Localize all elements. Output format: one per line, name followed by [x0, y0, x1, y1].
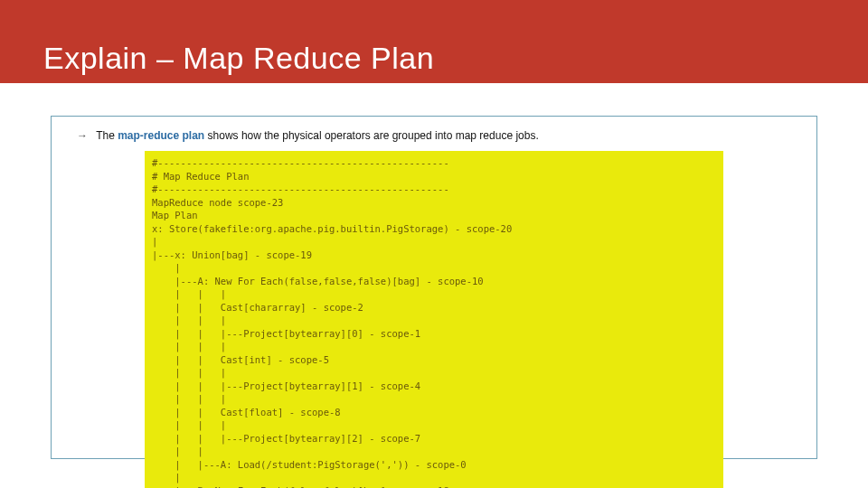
- slide-title: Explain – Map Reduce Plan: [43, 41, 434, 76]
- intro-keyword: map-reduce plan: [118, 129, 204, 142]
- bullet-arrow: →: [77, 129, 93, 142]
- intro-suffix: shows how the physical operators are gro…: [208, 129, 539, 142]
- map-reduce-plan-output: #---------------------------------------…: [145, 151, 723, 488]
- intro-prefix: The: [96, 129, 115, 142]
- content-frame: → The map-reduce plan shows how the phys…: [51, 116, 817, 459]
- title-bar: Explain – Map Reduce Plan: [0, 0, 868, 83]
- intro-text: → The map-reduce plan shows how the phys…: [77, 129, 795, 142]
